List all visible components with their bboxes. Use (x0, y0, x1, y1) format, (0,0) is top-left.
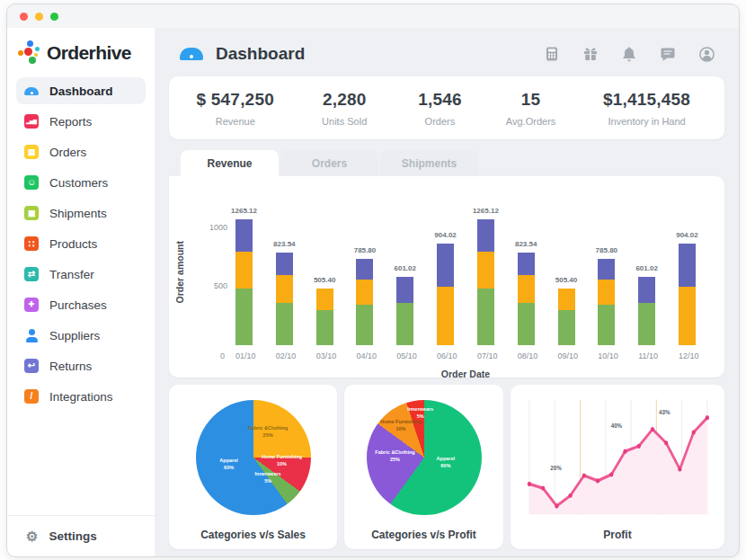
chart-tabs: RevenueOrdersShipments (169, 150, 724, 176)
cart-icon: ✚ (24, 298, 39, 312)
profit-pie-chart: Apparel60%Fabric &Clothing25%Home Furnis… (367, 400, 482, 515)
bar-value-label: 601.02 (635, 264, 657, 272)
sidebar-item-products[interactable]: ∷Products (16, 230, 146, 257)
pie-slice-label-home-furnishing: Home Furnishing10% (258, 454, 306, 468)
tab-shipments[interactable]: Shipments (380, 150, 478, 176)
sidebar-item-orders[interactable]: ▤Orders (16, 138, 146, 165)
bar-segment-green (477, 289, 494, 345)
x-tick-label: 01/10 (235, 351, 253, 360)
bar-segment-amber (518, 275, 535, 303)
stat-label: Revenue (176, 116, 295, 127)
sidebar-item-label: Returns (49, 360, 92, 373)
gift-icon[interactable] (582, 46, 599, 62)
document-icon: ▤ (24, 145, 39, 159)
grid-dots-icon: ∷ (24, 236, 39, 251)
x-tick-label: 12/10 (679, 351, 696, 360)
sidebar-item-dashboard[interactable]: Dashboard (16, 77, 146, 104)
stat-orders: 1,546Orders (395, 90, 485, 127)
svg-text:40%: 40% (611, 422, 622, 429)
sidebar-item-label: Suppliers (49, 329, 100, 342)
bar-segment-green (356, 305, 373, 345)
pie-slice-label-innerwears: Innerwears5% (396, 406, 445, 421)
tab-revenue[interactable]: Revenue (181, 150, 279, 176)
bar-stack-10-10: 785.80 (598, 203, 615, 345)
bar-segment-green (598, 305, 615, 345)
profile-icon[interactable] (698, 46, 715, 63)
y-tick: 1000 (209, 223, 227, 232)
pie-slice-label-home-furnishing: Home Furnishing10% (377, 419, 425, 433)
sidebar-item-returns[interactable]: ↩Returns (16, 352, 146, 379)
chat-icon[interactable] (660, 46, 676, 62)
sales-pie-caption: Categories v/s Sales (200, 522, 306, 544)
bar-segment-purple (598, 259, 615, 280)
bar-segment-green (396, 303, 413, 345)
bar-value-label: 823.54 (515, 240, 537, 248)
profit-pie-caption: Categories v/s Profit (371, 522, 476, 544)
gear-icon: ⚙ (26, 529, 38, 543)
bar-segment-amber (235, 252, 253, 289)
bar-segment-green (638, 303, 655, 345)
stat-value: $ 547,250 (176, 90, 295, 110)
page-title: Dashboard (216, 44, 305, 64)
bar-stack-09-10: 505.40 (558, 203, 575, 345)
sidebar-item-purchases[interactable]: ✚Purchases (16, 291, 146, 318)
bar-segment-green (276, 303, 293, 345)
person-icon (24, 328, 39, 342)
bar-segment-purple (638, 277, 655, 303)
orderhive-logo: Orderhive (16, 35, 146, 77)
sidebar-item-integrations[interactable]: /Integrations (16, 383, 146, 410)
tab-orders[interactable]: Orders (280, 150, 378, 176)
x-tick-label: 11/10 (638, 351, 655, 360)
bar-segment-purple (276, 253, 293, 275)
x-tick-label: 06/10 (437, 351, 454, 360)
sidebar-item-suppliers[interactable]: Suppliers (16, 322, 146, 349)
zoom-button[interactable] (50, 13, 58, 21)
bar-stack-06-10: 904.02 (437, 203, 454, 345)
minimize-button[interactable] (35, 13, 43, 21)
pie-slice-label-apparel: Apparel60% (205, 458, 253, 472)
stat-label: Orders (395, 116, 485, 127)
calculator-icon[interactable] (544, 46, 560, 62)
sidebar-item-label: Customers (49, 176, 108, 190)
bar-segment-purple (477, 219, 494, 252)
pie-slice-label-apparel: Apparel60% (422, 456, 470, 470)
sidebar-item-label: Orders (49, 146, 86, 159)
close-button[interactable] (20, 13, 28, 21)
bar-stack-07-10: 1265.12 (477, 203, 494, 345)
bar-value-label: 785.80 (596, 246, 617, 254)
sidebar-item-shipments[interactable]: ▦Shipments (16, 200, 146, 227)
sidebar-item-customers[interactable]: ☺Customers (16, 169, 146, 196)
stat-label: Units Sold (295, 116, 395, 127)
bar-value-label: 1265.12 (473, 207, 499, 215)
y-tick-zero: 0 (220, 351, 225, 360)
stat-value: 1,546 (395, 90, 485, 110)
dashboard-gauge-icon (24, 87, 39, 95)
y-tick: 500 (214, 281, 227, 290)
sidebar-item-settings[interactable]: ⚙ Settings (7, 515, 155, 556)
pie-slice-label-fabric-clothing: Fabric &Clothing25% (244, 425, 292, 440)
stat-value: $1,415,458 (576, 90, 717, 110)
stat-label: Avg.Orders (485, 116, 576, 127)
bar-stack-02-10: 823.54 (276, 203, 293, 345)
bar-segment-amber (598, 280, 615, 305)
bar-chart-icon: ▂▅▇ (24, 114, 39, 129)
bar-segment-purple (518, 253, 535, 275)
x-tick-label: 09/10 (558, 351, 575, 360)
stats-card: $ 547,250Revenue2,280Units Sold1,546Orde… (169, 76, 724, 139)
app-window: Orderhive Dashboard▂▅▇Reports▤Orders☺Cus… (6, 4, 740, 557)
bell-icon[interactable] (621, 46, 637, 62)
bar-value-label: 505.40 (555, 276, 577, 284)
bar-value-label: 904.02 (676, 231, 697, 239)
profit-line-card: 20%40%43% Profit (511, 385, 724, 549)
sidebar-item-reports[interactable]: ▂▅▇Reports (16, 108, 146, 135)
bar-segment-green (316, 310, 333, 345)
sidebar-item-label: Purchases (49, 298, 107, 312)
bar-stack-04-10: 785.80 (356, 203, 373, 345)
dashboard-gauge-icon (180, 48, 203, 60)
sales-pie-chart: Fabric &Clothing25%Home Furnishing10%Inn… (196, 400, 311, 515)
sidebar-item-label: Products (49, 237, 97, 251)
stat-revenue: $ 547,250Revenue (176, 90, 295, 127)
sidebar-item-transfer[interactable]: ⇄Transfer (16, 261, 146, 288)
x-tick-label: 04/10 (356, 351, 373, 360)
profit-line-chart: 20%40%43% (521, 394, 714, 522)
